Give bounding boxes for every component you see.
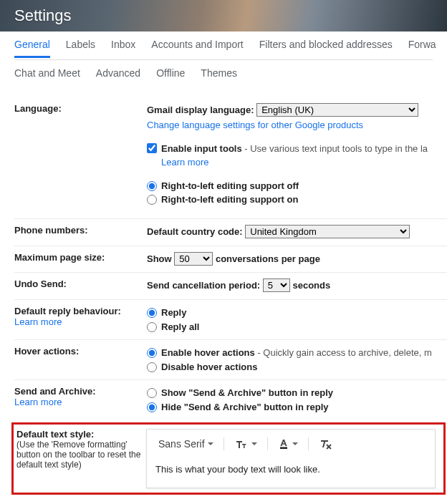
row-max-page-size: Maximum page size: Show 50 conversations… (14, 246, 447, 273)
remove-formatting-button[interactable] (314, 437, 336, 451)
caret-icon (251, 442, 257, 445)
hover-enable-radio[interactable] (147, 348, 157, 358)
undo-period-select[interactable]: 5 (263, 278, 290, 292)
hover-disable-label: Disable hover actions (161, 360, 257, 374)
rtl-off-radio[interactable] (147, 181, 157, 191)
caret-icon (208, 442, 213, 445)
display-language-label: Gmail display language: (147, 105, 254, 115)
undo-prefix: Send cancellation period: (147, 280, 260, 291)
change-language-link[interactable]: Change language settings for other Googl… (147, 118, 447, 133)
row-language: Language: Gmail display language: Englis… (14, 97, 447, 218)
toolbar-separator (224, 437, 224, 450)
default-text-style-sub: (Use the 'Remove formatting' button on t… (16, 440, 143, 470)
text-style-editor: Sans Serif (146, 429, 436, 488)
send-archive-learn-more[interactable]: Learn more (14, 397, 147, 407)
label-default-text-style: Default text style: (16, 429, 143, 440)
label-undo-send: Undo Send: (14, 278, 147, 289)
reply-label: Reply (161, 306, 186, 320)
row-send-archive: Send and Archive: Learn more Show "Send … (14, 379, 447, 420)
formatting-toolbar: Sans Serif (154, 434, 428, 454)
tab-offline[interactable]: Offline (156, 67, 185, 84)
svg-rect-0 (280, 447, 287, 450)
caret-icon (292, 442, 298, 445)
row-undo-send: Undo Send: Send cancellation period: 5 s… (14, 272, 447, 299)
input-tools-learn-more[interactable]: Learn more (147, 155, 447, 170)
label-max-page-size: Maximum page size: (14, 252, 147, 263)
tab-accounts-import[interactable]: Accounts and Import (151, 39, 243, 56)
tabs-row-1: General Labels Inbox Accounts and Import… (14, 39, 433, 60)
show-send-archive-radio[interactable] (147, 388, 157, 398)
settings-banner: Settings (0, 0, 447, 32)
rtl-on-label: Right-to-left editing support on (161, 193, 298, 207)
toolbar-separator (267, 437, 268, 450)
toolbar-separator (308, 437, 309, 450)
tab-advanced[interactable]: Advanced (96, 67, 140, 84)
row-default-text-style: Default text style: (Use the 'Remove for… (11, 422, 446, 495)
tab-labels[interactable]: Labels (66, 39, 95, 56)
display-language-select[interactable]: English (UK) (256, 103, 418, 117)
reply-all-label: Reply all (161, 320, 199, 334)
body-text-sample: This is what your body text will look li… (154, 454, 428, 479)
show-send-archive-label: Show "Send & Archive" button in reply (161, 386, 333, 400)
enable-input-tools-label: Enable input tools (161, 143, 242, 154)
undo-suffix: seconds (292, 280, 330, 291)
default-country-code-select[interactable]: United Kingdom (245, 225, 410, 238)
row-hover-actions: Hover actions: Enable hover actions - Qu… (14, 339, 447, 379)
reply-radio[interactable] (147, 308, 157, 318)
font-family-name: Sans Serif (158, 436, 205, 452)
label-phone-numbers: Phone numbers: (14, 225, 147, 236)
settings-content: Language: Gmail display language: Englis… (0, 89, 447, 420)
hover-enable-label: Enable hover actions (161, 347, 255, 358)
page-size-select[interactable]: 50 (174, 252, 213, 266)
page-title: Settings (14, 6, 72, 25)
hide-send-archive-label: Hide "Send & Archive" button in reply (161, 400, 329, 415)
text-color-dropdown[interactable] (274, 437, 302, 451)
hover-enable-desc: - Quickly gain access to archive, delete… (255, 347, 432, 358)
font-size-dropdown[interactable] (230, 437, 261, 451)
enable-input-tools-checkbox[interactable] (147, 143, 157, 153)
hover-disable-radio[interactable] (147, 362, 157, 372)
reply-learn-more[interactable]: Learn more (14, 316, 147, 327)
default-country-code-label: Default country code: (147, 226, 243, 237)
label-hover-actions: Hover actions: (14, 346, 147, 357)
label-send-archive: Send and Archive: (14, 386, 147, 397)
tab-themes[interactable]: Themes (201, 67, 237, 84)
reply-all-radio[interactable] (147, 322, 157, 332)
tab-chat-meet[interactable]: Chat and Meet (14, 67, 80, 84)
enable-input-tools-desc: - Use various text input tools to type i… (242, 143, 428, 154)
rtl-off-label: Right-to-left editing support off (161, 179, 299, 193)
label-language: Language: (14, 103, 147, 114)
font-size-icon (234, 438, 249, 450)
tabs-row-2: Chat and Meet Advanced Offline Themes (14, 67, 433, 89)
settings-tabs: General Labels Inbox Accounts and Import… (0, 32, 447, 89)
pagesize-suffix: conversations per page (216, 253, 320, 264)
hide-send-archive-radio[interactable] (147, 402, 157, 412)
text-color-icon (278, 438, 289, 450)
tab-filters-blocked[interactable]: Filters and blocked addresses (259, 39, 393, 56)
tab-general[interactable]: General (14, 39, 50, 58)
label-default-reply: Default reply behaviour: (14, 306, 147, 316)
pagesize-show: Show (147, 253, 172, 264)
font-family-dropdown[interactable]: Sans Serif (154, 435, 218, 453)
remove-formatting-icon (319, 438, 332, 450)
tab-forwarding[interactable]: Forwa (408, 39, 436, 56)
row-phone-numbers: Phone numbers: Default country code: Uni… (14, 218, 447, 246)
rtl-on-radio[interactable] (147, 195, 157, 205)
row-default-reply: Default reply behaviour: Learn more Repl… (14, 299, 447, 339)
tab-inbox[interactable]: Inbox (111, 39, 135, 56)
